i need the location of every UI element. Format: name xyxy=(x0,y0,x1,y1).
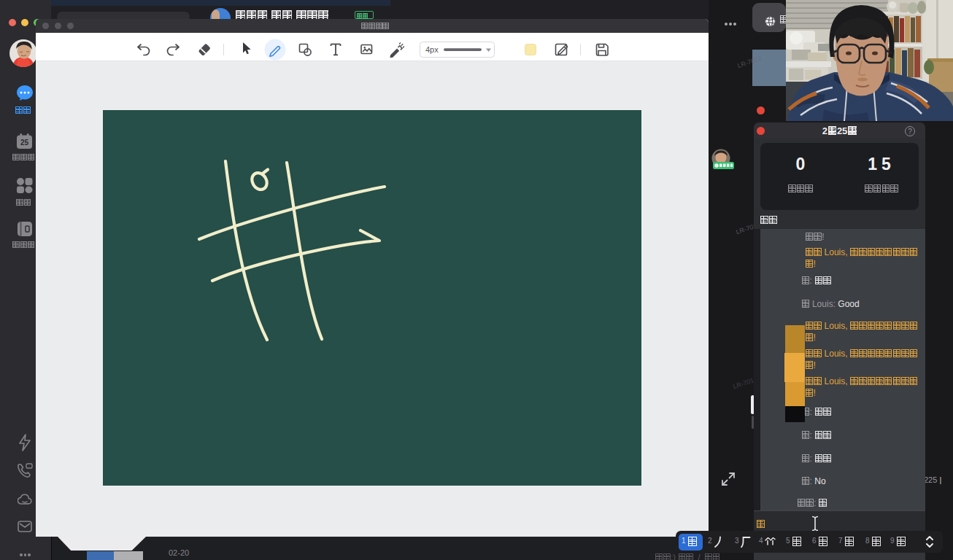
svg-text:4px: 4px xyxy=(425,45,439,54)
svg-text:25: 25 xyxy=(20,139,29,147)
